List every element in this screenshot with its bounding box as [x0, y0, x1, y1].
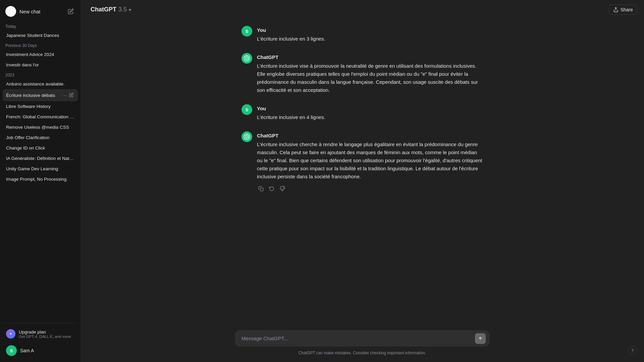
- sidebar-item-remove-useless-css[interactable]: Remove Useless @media CSS: [3, 122, 78, 132]
- sidebar-item-investment-advice[interactable]: Investment Advice 2024: [3, 49, 78, 60]
- new-chat-label: New chat: [19, 9, 41, 14]
- message-content-1: You L'écriture inclusive en 3 lignes.: [257, 26, 483, 43]
- new-chat-edit-button[interactable]: [66, 7, 75, 16]
- message-group-1: S You L'écriture inclusive en 3 lignes.: [235, 26, 490, 43]
- section-label-today: Today: [3, 21, 78, 30]
- sidebar-item-japanese-student-dances[interactable]: Japanese Student Dances: [3, 30, 78, 41]
- share-button[interactable]: Share: [609, 5, 637, 15]
- regenerate-button[interactable]: [268, 185, 276, 193]
- user-avatar-msg1: S: [241, 26, 252, 37]
- chat-input[interactable]: [235, 330, 490, 347]
- chatgpt-avatar-2: [241, 131, 252, 142]
- sidebar-header: New chat: [3, 3, 78, 20]
- sidebar-item-arduino[interactable]: Arduino assistance available.: [3, 79, 78, 89]
- share-icon: [613, 7, 619, 12]
- chat-input-container: [235, 330, 490, 348]
- model-version: 3.5: [118, 6, 127, 13]
- main-content: ChatGPT 3.5 ▾ Share S You L'écriture inc…: [80, 0, 644, 362]
- assistant-text-2: L'écriture inclusive cherche à rendre le…: [257, 140, 483, 181]
- user-profile[interactable]: S Sam A: [3, 342, 78, 359]
- user-message-1: S You L'écriture inclusive en 3 lignes.: [241, 26, 483, 43]
- thumbs-down-button[interactable]: [278, 185, 286, 193]
- svg-rect-1: [260, 188, 263, 191]
- send-button[interactable]: [475, 333, 486, 344]
- sidebar-item-actions: ···: [62, 92, 74, 99]
- avatar: S: [6, 345, 17, 356]
- sidebar-bottom: ✦ Upgrade plan Get GPT-4, DALL·E, and mo…: [3, 323, 78, 359]
- assistant-message-content-1: ChatGPT L'écriture inclusive vise à prom…: [257, 53, 483, 94]
- chat-disclaimer: ChatGPT can make mistakes. Consider chec…: [87, 348, 637, 359]
- chat-messages: S You L'écriture inclusive en 3 lignes. …: [80, 19, 644, 325]
- upgrade-text: Upgrade plan Get GPT-4, DALL·E, and more: [19, 329, 71, 339]
- message-actions: [257, 185, 483, 193]
- user-avatar-msg2: S: [241, 104, 252, 115]
- message-text-3: L'écriture inclusive en 4 lignes.: [257, 113, 483, 121]
- message-group-4: ChatGPT L'écriture inclusive cherche à r…: [235, 131, 490, 193]
- sidebar-item-image-prompt[interactable]: Image Prompt, No Processing.: [3, 174, 78, 184]
- sidebar-item-libre-software[interactable]: Libre Software History: [3, 101, 78, 112]
- user-name: Sam A: [20, 348, 34, 353]
- sidebar-item-edit-btn[interactable]: [68, 92, 74, 99]
- message-sender-3: You: [257, 106, 483, 111]
- upgrade-title: Upgrade plan: [19, 329, 71, 335]
- assistant-message-1: ChatGPT L'écriture inclusive vise à prom…: [241, 53, 483, 94]
- sidebar-item-job-offer[interactable]: Job Offer Clarification: [3, 132, 78, 143]
- message-sender-1: You: [257, 27, 483, 33]
- chat-input-area: ChatGPT can make mistakes. Consider chec…: [80, 325, 644, 362]
- sidebar: New chat Today Japanese Student Dances P…: [0, 0, 80, 362]
- sidebar-item-investir-dans-lor[interactable]: Investir dans l'or: [3, 60, 78, 70]
- assistant-message-content-2: ChatGPT L'écriture inclusive cherche à r…: [257, 131, 483, 193]
- share-label: Share: [621, 7, 633, 12]
- logo-area: New chat: [5, 6, 41, 17]
- sidebar-item-ia-generaliste[interactable]: IA Généraliste: Définition et Nature: [3, 153, 78, 164]
- chatgpt-avatar-1: [241, 53, 252, 64]
- sidebar-item-ecriture-inclusive[interactable]: Écriture inclusive débats ···: [3, 89, 78, 101]
- upgrade-subtitle: Get GPT-4, DALL·E, and more: [19, 335, 71, 339]
- message-group-2: ChatGPT L'écriture inclusive vise à prom…: [235, 53, 490, 94]
- upgrade-plan-section[interactable]: ✦ Upgrade plan Get GPT-4, DALL·E, and mo…: [3, 326, 78, 342]
- assistant-sender-2: ChatGPT: [257, 133, 483, 138]
- message-content-3: You L'écriture inclusive en 4 lignes.: [257, 104, 483, 121]
- sidebar-item-french-global[interactable]: French: Global Communication Key: [3, 112, 78, 122]
- message-group-3: S You L'écriture inclusive en 4 lignes.: [235, 104, 490, 121]
- assistant-message-2: ChatGPT L'écriture inclusive cherche à r…: [241, 131, 483, 193]
- logo-icon: [5, 6, 16, 17]
- model-name: ChatGPT: [91, 6, 116, 13]
- section-label-previous-30: Previous 30 Days: [3, 41, 78, 49]
- upgrade-icon: ✦: [6, 329, 15, 339]
- help-button[interactable]: ?: [628, 346, 637, 355]
- section-label-2023: 2023: [3, 70, 78, 79]
- chat-header: ChatGPT 3.5 ▾ Share: [80, 0, 644, 19]
- copy-button[interactable]: [257, 185, 265, 193]
- sidebar-item-change-id-on-click[interactable]: Change ID on Click: [3, 143, 78, 153]
- sidebar-item-more-btn[interactable]: ···: [62, 92, 68, 98]
- chevron-down-icon: ▾: [129, 7, 131, 12]
- user-message-2: S You L'écriture inclusive en 4 lignes.: [241, 104, 483, 121]
- sidebar-item-unity-game-dev[interactable]: Unity Game Dev Learning: [3, 164, 78, 174]
- assistant-sender-1: ChatGPT: [257, 54, 483, 60]
- send-icon: [478, 336, 483, 341]
- message-text-1: L'écriture inclusive en 3 lignes.: [257, 35, 483, 43]
- assistant-text-1: L'écriture inclusive vise à promouvoir l…: [257, 62, 483, 94]
- model-selector[interactable]: ChatGPT 3.5 ▾: [87, 4, 135, 15]
